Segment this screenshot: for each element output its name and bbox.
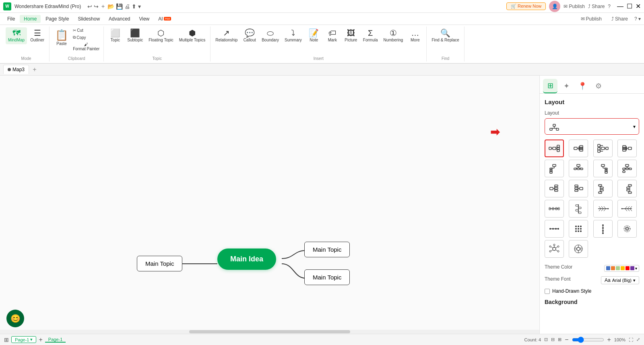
theme-font-select[interactable]: Aa Arial (Big) ▾ [601,276,639,284]
layout-spider[interactable] [617,220,637,238]
fullscreen-btn[interactable]: ⤢ [636,337,640,342]
menu-ai[interactable]: AI Hot [154,15,175,23]
horizontal-scrollbar[interactable] [0,330,539,334]
relationship-button[interactable]: ↗ Relationship [213,27,240,44]
layout-fish-right[interactable] [593,200,613,218]
new-btn[interactable]: ＋ [100,3,106,10]
add-tab-button[interactable]: + [30,65,39,74]
main-idea-node[interactable]: Main Idea [217,248,276,270]
rp-tab-location[interactable]: 📍 [575,79,590,93]
layout-org-right[interactable] [569,180,588,197]
canvas[interactable]: Main Idea Main Topic Main Topic Main Top… [0,76,539,334]
view-mode-1[interactable]: ⊡ [544,337,548,342]
zoom-slider[interactable] [572,337,604,343]
rp-tab-sparkle[interactable]: ✦ [559,79,574,93]
toggle-panel-icon[interactable]: ⊞ [4,337,9,343]
view-mode-2[interactable]: ⊟ [551,337,555,342]
layout-dot-h[interactable] [545,220,564,238]
more-title-btn[interactable]: ▾ [138,3,141,10]
format-painter-button[interactable]: 🖌 Format Painter [71,41,101,52]
summary-button[interactable]: ⤵ Summary [282,27,304,44]
menubar: File Home Page Style Slideshow Advanced … [0,13,644,25]
callout-button[interactable]: 💬 Callout [241,27,258,44]
layout-timeline-v[interactable] [569,200,588,218]
maximize-btn[interactable]: ☐ [627,2,632,10]
copy-button[interactable]: ⧉ Copy [71,34,101,41]
topic-button[interactable]: ⬜ Topic [106,27,124,44]
layout-mind-both[interactable] [545,140,564,157]
publish-btn[interactable]: ✉ Publish [564,4,585,9]
scrollbar-thumb[interactable] [189,330,350,333]
user-presence-avatar[interactable]: 😊 [6,310,24,327]
save-btn[interactable]: 💾 [116,3,123,10]
right-upper-topic-node[interactable]: Main Topic [304,242,350,257]
layout-indent-left[interactable] [617,180,637,197]
layout-cluster[interactable] [545,240,564,258]
menu-home[interactable]: Home [20,15,41,23]
fit-screen-btn[interactable]: ⛶ [629,337,633,342]
menu-slideshow[interactable]: Slideshow [74,15,104,23]
layout-timeline-h[interactable] [545,200,564,218]
layout-both-h[interactable] [593,140,613,157]
zoom-plus[interactable]: + [607,336,611,343]
picture-button[interactable]: 🖼 Picture [342,27,360,44]
zoom-minus[interactable]: − [565,336,568,343]
minimize-btn[interactable]: — [617,3,623,10]
menu-page-style[interactable]: Page Style [41,15,73,23]
user-avatar[interactable]: 👤 [549,1,560,12]
outliner-button[interactable]: ☰ Outliner [28,27,47,44]
numbering-button[interactable]: ① Numbering [381,27,406,44]
layout-tree-right[interactable] [593,160,613,177]
layout-fish-left[interactable] [617,200,637,218]
mindmap-button[interactable]: 🗺 MindMap [6,27,27,44]
rp-tab-settings[interactable]: ⚙ [591,79,606,93]
more-button[interactable]: … More [406,27,424,44]
layout-dropdown[interactable]: ▾ [545,118,639,135]
layout-dot-v[interactable] [593,220,613,238]
help-link[interactable]: ? ▾ [634,16,641,22]
share-btn[interactable]: ⤴ Share [588,4,605,9]
open-btn[interactable]: 📂 [107,3,114,10]
theme-color-swatch[interactable]: ▾ [604,265,639,272]
multiple-topics-button[interactable]: ⬢ Multiple Topics [177,27,208,44]
formula-button[interactable]: Σ Formula [361,27,380,44]
hand-drawn-checkbox[interactable] [545,289,550,294]
layout-tree-center[interactable] [569,160,588,177]
tab-map3[interactable]: Map3 [3,65,29,74]
paste-button[interactable]: 📋 Paste [52,27,71,52]
note-button[interactable]: 📝 Note [305,27,323,44]
left-topic-node[interactable]: Main Topic [137,256,182,271]
layout-left[interactable] [617,140,637,157]
mark-button[interactable]: 🏷 Mark [324,27,341,44]
help-btn[interactable]: ? [608,4,611,9]
floating-topic-button[interactable]: ⬡ Floating Topic [146,27,176,44]
layout-right[interactable] [569,140,588,157]
print-btn[interactable]: 🖨 [124,3,130,10]
layout-org-h[interactable] [617,160,637,177]
renew-button[interactable]: 🛒 Renew Now [506,2,546,10]
publish-link[interactable]: ✉ Publish [578,15,605,23]
menu-file[interactable]: File [3,15,19,23]
boundary-button[interactable]: ⬭ Boundary [259,27,281,44]
cut-button[interactable]: ✂ Cut [71,27,101,33]
rp-tab-layout[interactable]: ⊞ [543,79,557,93]
layout-dot-grid[interactable] [569,220,588,238]
share-link[interactable]: ⤴ Share [608,15,631,23]
undo-btn[interactable]: ↩ [87,3,92,10]
layout-tree-left[interactable] [545,160,564,177]
redo-btn[interactable]: ↪ [94,3,99,10]
export-btn[interactable]: ⬆ [132,3,136,10]
page-tab-1[interactable]: Page-1 ▾ [11,336,36,343]
menu-view[interactable]: View [135,15,153,23]
find-replace-button[interactable]: 🔍 Find & Replace [429,27,461,44]
right-lower-topic-node[interactable]: Main Topic [304,269,350,285]
close-btn[interactable]: ✕ [636,2,641,10]
view-mode-3[interactable]: ⊞ [558,337,561,342]
layout-org-left[interactable] [545,180,564,197]
topic-items: ⬜ Topic ⬛ Subtopic ⬡ Floating Topic ⬢ Mu… [106,27,208,55]
menu-advanced[interactable]: Advanced [105,15,134,23]
layout-radial[interactable] [569,240,588,258]
subtopic-button[interactable]: ⬛ Subtopic [125,27,145,44]
layout-indent-right[interactable] [593,180,613,197]
add-page-button[interactable]: + [39,336,42,343]
